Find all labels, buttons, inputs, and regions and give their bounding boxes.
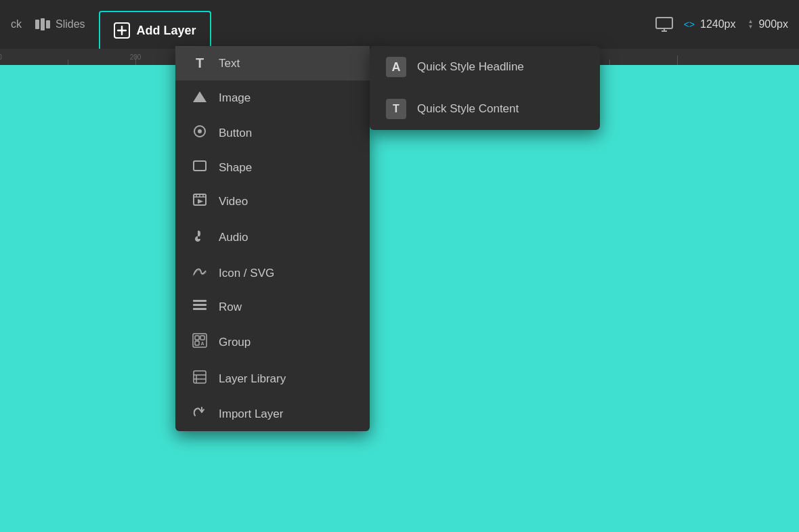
svg-text:A: A [201,341,204,346]
import-layer-label: Import Layer [219,407,283,421]
group-label: Group [219,336,251,349]
canvas: A Group [0,65,799,532]
svg-rect-2 [46,20,50,28]
svg-rect-22 [195,336,199,340]
layer-library-icon [192,370,208,387]
image-label: Image [219,91,251,105]
back-label: ck [11,18,22,30]
row-icon [192,300,208,314]
add-layer-label: Add Layer [137,24,196,38]
ruler-mark-0: 0 [0,53,2,61]
menu-item-audio[interactable]: Audio [175,219,370,256]
menu-item-row[interactable]: Row [175,290,370,324]
menu-item-layer-library[interactable]: Layer Library [175,361,370,397]
menu-item-button[interactable]: Button [175,115,370,151]
svg-rect-18 [193,300,207,302]
height-value: 900px [758,18,788,30]
menu-item-text[interactable]: T Text [175,46,370,81]
content-label: Quick Style Content [417,102,519,116]
svg-rect-19 [193,304,207,306]
ruler-mark-200: 200 [130,53,142,61]
menu-item-import-layer[interactable]: Import Layer [175,397,370,431]
toolbar-left: ck Slides Add Layer [11,5,211,43]
height-arrows: ▲ ▼ [748,19,753,30]
dim-separator: <> [684,19,695,30]
menu-item-shape[interactable]: Shape [175,151,370,184]
width-value: 1240px [700,18,736,30]
svg-rect-20 [193,308,207,310]
content-icon: T [386,99,406,119]
button-icon [192,125,208,141]
headline-label: Quick Style Headline [417,60,524,74]
add-layer-icon [114,22,130,39]
dimension-height[interactable]: ▲ ▼ 900px [746,18,788,30]
svg-rect-26 [194,371,206,383]
submenu-item-headline[interactable]: A Quick Style Headline [370,46,600,88]
icon-svg-icon [192,265,208,281]
menu-item-image[interactable]: Image [175,81,370,115]
toolbar: ck Slides Add Layer [0,0,799,49]
svg-rect-0 [35,20,39,29]
svg-rect-11 [194,161,206,171]
group-icon: A [192,333,208,351]
shape-label: Shape [219,161,252,175]
text-submenu: A Quick Style Headline T Quick Style Con… [370,46,600,130]
menu-item-icon-svg[interactable]: Icon / SVG [175,256,370,290]
svg-marker-8 [193,91,207,102]
svg-rect-5 [656,18,672,28]
button-label: Button [219,127,252,140]
audio-icon [192,228,208,246]
import-layer-icon [192,406,208,422]
svg-rect-24 [195,341,199,345]
slides-button[interactable]: Slides [35,18,85,30]
submenu-item-content[interactable]: T Quick Style Content [370,88,600,130]
image-icon [192,90,208,106]
menu-item-group[interactable]: A Group [175,324,370,361]
row-label: Row [219,301,242,314]
layer-library-label: Layer Library [219,372,286,386]
svg-point-10 [198,129,202,133]
monitor-icon [655,17,673,32]
audio-label: Audio [219,231,248,244]
menu-item-video[interactable]: Video [175,184,370,219]
svg-rect-23 [200,336,204,340]
add-layer-button[interactable]: Add Layer [99,11,211,49]
headline-icon: A [386,57,406,77]
text-label: Text [219,57,240,70]
video-icon [192,194,208,209]
slides-icon [35,18,50,30]
add-layer-dropdown: T Text Image Button Shape [175,46,370,431]
dimension-width[interactable]: <> 1240px [684,18,736,30]
video-label: Video [219,195,248,208]
svg-marker-17 [198,199,203,204]
icon-svg-label: Icon / SVG [219,267,274,280]
shape-icon [192,160,208,175]
slides-label: Slides [56,18,85,30]
svg-rect-1 [41,18,45,30]
toolbar-right: <> 1240px ▲ ▼ 900px [655,17,788,32]
text-icon: T [192,56,208,71]
